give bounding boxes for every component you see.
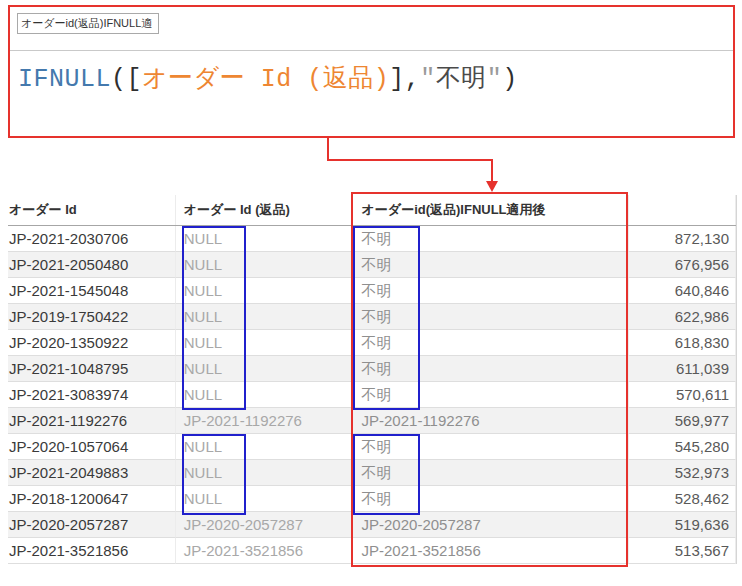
table-cell[interactable]: JP-2021-1192276: [352, 408, 630, 434]
table-cell[interactable]: 532,973: [629, 460, 736, 486]
table-cell[interactable]: JP-2021-1192276: [8, 408, 176, 434]
table-cell[interactable]: NULL: [176, 304, 352, 330]
screenshot-canvas: IFNULL([オーダー Id (返品)],"不明") オーダー Idオーダー …: [0, 0, 742, 586]
formula-token-quote: ": [487, 65, 503, 94]
table-cell[interactable]: JP-2021-2050480: [8, 252, 176, 278]
table-row: JP-2021-1545048NULL不明640,846: [8, 278, 736, 304]
table-cell[interactable]: 不明: [352, 434, 630, 460]
column-header[interactable]: オーダーid(返品)IFNULL適用後: [352, 195, 630, 225]
table-cell[interactable]: NULL: [176, 356, 352, 382]
editor-divider: [10, 50, 733, 51]
table-cell[interactable]: 676,956: [629, 252, 736, 278]
table-body: JP-2021-2030706NULL不明872,130JP-2021-2050…: [8, 226, 736, 564]
calculated-field-editor: IFNULL([オーダー Id (返品)],"不明"): [8, 5, 735, 138]
field-name-input[interactable]: [17, 13, 159, 34]
table-cell[interactable]: 528,462: [629, 486, 736, 512]
table-cell[interactable]: 不明: [352, 252, 630, 278]
table-row: JP-2021-2049883NULL不明532,973: [8, 460, 736, 486]
table-cell[interactable]: 不明: [352, 460, 630, 486]
table-cell[interactable]: 640,846: [629, 278, 736, 304]
formula-token-string: 不明: [436, 65, 487, 94]
table-cell[interactable]: 570,611: [629, 382, 736, 408]
table-row: JP-2021-3083974NULL不明570,611: [8, 382, 736, 408]
table-cell[interactable]: JP-2020-2057287: [352, 512, 630, 538]
table-cell[interactable]: 不明: [352, 382, 630, 408]
table-row: JP-2020-1350922NULL不明618,830: [8, 330, 736, 356]
table-cell[interactable]: JP-2021-1048795: [8, 356, 176, 382]
table-cell[interactable]: 872,130: [629, 226, 736, 252]
table-cell[interactable]: JP-2021-3521856: [352, 538, 630, 564]
table-row: JP-2021-2050480NULL不明676,956: [8, 252, 736, 278]
formula-token-quote: ": [420, 65, 436, 94]
formula-text[interactable]: IFNULL([オーダー Id (返品)],"不明"): [18, 61, 518, 94]
table-cell[interactable]: NULL: [176, 330, 352, 356]
table-row: JP-2021-1048795NULL不明611,039: [8, 356, 736, 382]
table-cell[interactable]: 513,567: [629, 538, 736, 564]
formula-token-function: IFNULL: [18, 65, 111, 94]
table-row: JP-2021-1192276JP-2021-1192276JP-2021-11…: [8, 408, 736, 434]
column-header[interactable]: オーダー Id (返品): [176, 195, 352, 225]
table-row: JP-2020-2057287JP-2020-2057287JP-2020-20…: [8, 512, 736, 538]
table-cell[interactable]: JP-2021-3083974: [8, 382, 176, 408]
table-row: JP-2021-3521856JP-2021-3521856JP-2021-35…: [8, 538, 736, 564]
table-cell[interactable]: 618,830: [629, 330, 736, 356]
table-cell[interactable]: NULL: [176, 382, 352, 408]
table-cell[interactable]: 不明: [352, 486, 630, 512]
table-cell[interactable]: 519,636: [629, 512, 736, 538]
formula-token-field: オーダー Id (返品): [142, 65, 389, 94]
table-cell[interactable]: JP-2020-2057287: [176, 512, 352, 538]
table-cell[interactable]: 622,986: [629, 304, 736, 330]
data-table: オーダー Idオーダー Id (返品)オーダーid(返品)IFNULL適用後 J…: [8, 195, 737, 564]
table-cell[interactable]: NULL: [176, 434, 352, 460]
formula-token-plain: ([: [111, 65, 142, 94]
table-cell[interactable]: JP-2020-1350922: [8, 330, 176, 356]
table-cell[interactable]: 不明: [352, 330, 630, 356]
formula-to-column-connector: [328, 137, 492, 183]
table-cell[interactable]: NULL: [176, 252, 352, 278]
table-cell[interactable]: NULL: [176, 460, 352, 486]
table-cell[interactable]: JP-2021-2030706: [8, 226, 176, 252]
table-header-row: オーダー Idオーダー Id (返品)オーダーid(返品)IFNULL適用後: [8, 195, 736, 226]
table-cell[interactable]: JP-2020-2057287: [8, 512, 176, 538]
table-cell[interactable]: JP-2018-1200647: [8, 486, 176, 512]
table-cell[interactable]: JP-2020-1057064: [8, 434, 176, 460]
connector-arrowhead-icon: [486, 181, 498, 192]
table-row: JP-2019-1750422NULL不明622,986: [8, 304, 736, 330]
table-cell[interactable]: JP-2021-3521856: [176, 538, 352, 564]
table-cell[interactable]: 不明: [352, 278, 630, 304]
table-cell[interactable]: JP-2021-1192276: [176, 408, 352, 434]
table-cell[interactable]: JP-2021-2049883: [8, 460, 176, 486]
table-cell[interactable]: JP-2021-3521856: [8, 538, 176, 564]
table-cell[interactable]: JP-2021-1545048: [8, 278, 176, 304]
table-cell[interactable]: 不明: [352, 356, 630, 382]
table-row: JP-2021-2030706NULL不明872,130: [8, 226, 736, 252]
table-row: JP-2018-1200647NULL不明528,462: [8, 486, 736, 512]
table-cell[interactable]: 不明: [352, 226, 630, 252]
table-cell[interactable]: 569,977: [629, 408, 736, 434]
table-cell[interactable]: NULL: [176, 226, 352, 252]
table-cell[interactable]: 611,039: [629, 356, 736, 382]
table-cell[interactable]: 不明: [352, 304, 630, 330]
column-header[interactable]: オーダー Id: [8, 195, 176, 225]
table-cell[interactable]: NULL: [176, 278, 352, 304]
table-row: JP-2020-1057064NULL不明545,280: [8, 434, 736, 460]
table-cell[interactable]: NULL: [176, 486, 352, 512]
column-header[interactable]: [629, 195, 736, 225]
formula-token-plain: ],: [389, 65, 420, 94]
table-cell[interactable]: 545,280: [629, 434, 736, 460]
table-cell[interactable]: JP-2019-1750422: [8, 304, 176, 330]
formula-token-plain: ): [502, 65, 518, 94]
